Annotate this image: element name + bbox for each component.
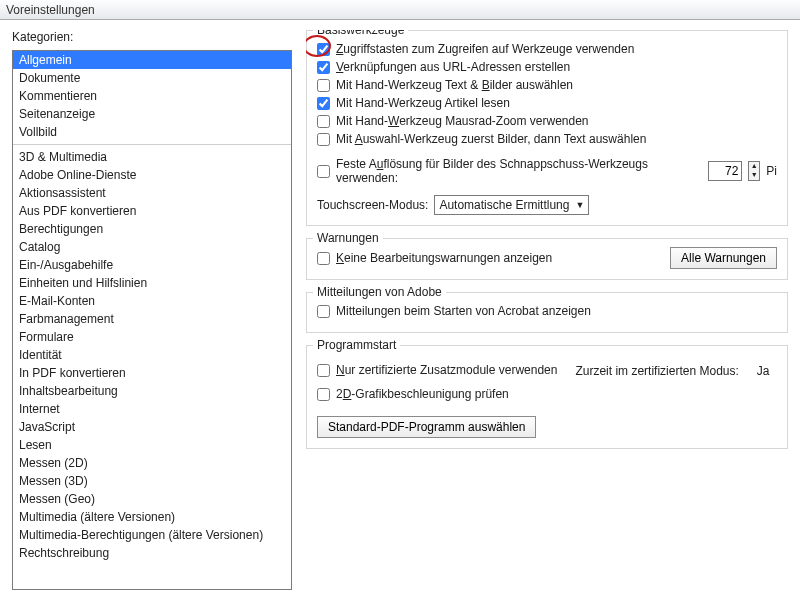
legend-warnungen: Warnungen	[313, 231, 383, 245]
zert-status-label: Zurzeit im zertifizierten Modus:	[575, 364, 738, 378]
category-item[interactable]: Berechtigungen	[13, 220, 291, 238]
categories-listbox[interactable]: AllgemeinDokumenteKommentierenSeitenanze…	[12, 50, 292, 590]
checkbox[interactable]	[317, 165, 330, 178]
zert-status-value: Ja	[757, 364, 770, 378]
category-item[interactable]: Identität	[13, 346, 291, 364]
category-item[interactable]: Aktionsassistent	[13, 184, 291, 202]
opt-zugriffstasten[interactable]: Zugriffstasten zum Zugreifen auf Werkzeu…	[317, 42, 777, 57]
opt-hand-mausrad[interactable]: Mit Hand-Werkzeug Mausrad-Zoom verwenden	[317, 114, 777, 129]
checkbox[interactable]	[317, 364, 330, 377]
list-separator	[13, 144, 291, 145]
opt-auswahl-bilder-text[interactable]: Mit Auswahl-Werkzeug zuerst Bilder, dann…	[317, 132, 777, 147]
opt-hand-artikel[interactable]: Mit Hand-Werkzeug Artikel lesen	[317, 96, 777, 111]
opt-verknuepfungen[interactable]: Verknüpfungen aus URL-Adressen erstellen	[317, 60, 777, 75]
checkbox-label: Mit Hand-Werkzeug Mausrad-Zoom verwenden	[336, 114, 589, 129]
checkbox[interactable]	[317, 61, 330, 74]
touchscreen-row: Touchscreen-Modus: Automatische Ermittlu…	[317, 195, 777, 215]
settings-panel: Basiswerkzeuge Zugriffstasten zum Zugrei…	[306, 30, 788, 600]
checkbox[interactable]	[317, 79, 330, 92]
legend-mitteilungen: Mitteilungen von Adobe	[313, 285, 446, 299]
checkbox-label: Nur zertifizierte Zusatzmodule verwenden	[336, 363, 557, 378]
category-item[interactable]: Multimedia-Berechtigungen (ältere Versio…	[13, 526, 291, 544]
group-basiswerkzeuge: Basiswerkzeuge Zugriffstasten zum Zugrei…	[306, 30, 788, 226]
category-item[interactable]: Aus PDF konvertieren	[13, 202, 291, 220]
category-item[interactable]: Inhaltsbearbeitung	[13, 382, 291, 400]
category-item[interactable]: Dokumente	[13, 69, 291, 87]
window-body: Kategorien: AllgemeinDokumenteKommentier…	[0, 20, 800, 600]
category-item[interactable]: JavaScript	[13, 418, 291, 436]
category-item[interactable]: Vollbild	[13, 123, 291, 141]
checkbox-label: Mitteilungen beim Starten von Acrobat an…	[336, 304, 591, 319]
touchscreen-combo[interactable]: Automatische Ermittlung ▼	[434, 195, 589, 215]
legend-programmstart: Programmstart	[313, 338, 400, 352]
categories-label: Kategorien:	[12, 30, 292, 44]
group-mitteilungen: Mitteilungen von Adobe Mitteilungen beim…	[306, 292, 788, 333]
opt-keine-warnungen[interactable]: Keine Bearbeitungswarnungen anzeigen	[317, 251, 552, 266]
category-item[interactable]: E-Mail-Konten	[13, 292, 291, 310]
resolution-spinner[interactable]: ▲▼	[748, 161, 760, 181]
categories-panel: Kategorien: AllgemeinDokumenteKommentier…	[12, 30, 292, 600]
touchscreen-label: Touchscreen-Modus:	[317, 198, 428, 212]
standard-pdf-button[interactable]: Standard-PDF-Programm auswählen	[317, 416, 536, 438]
alle-warnungen-button[interactable]: Alle Warnungen	[670, 247, 777, 269]
category-item[interactable]: Einheiten und Hilfslinien	[13, 274, 291, 292]
category-item[interactable]: Messen (2D)	[13, 454, 291, 472]
category-item[interactable]: Formulare	[13, 328, 291, 346]
category-item[interactable]: In PDF konvertieren	[13, 364, 291, 382]
category-item[interactable]: Allgemein	[13, 51, 291, 69]
checkbox[interactable]	[317, 43, 330, 56]
legend-basiswerkzeuge: Basiswerkzeuge	[313, 30, 408, 37]
opt-mitteilungen-start[interactable]: Mitteilungen beim Starten von Acrobat an…	[317, 304, 777, 319]
window-title: Voreinstellungen	[0, 0, 800, 20]
resolution-input[interactable]	[708, 161, 742, 181]
checkbox-label: Mit Hand-Werkzeug Text & Bilder auswähle…	[336, 78, 573, 93]
category-item[interactable]: Rechtschreibung	[13, 544, 291, 562]
category-item[interactable]: Messen (Geo)	[13, 490, 291, 508]
category-item[interactable]: 3D & Multimedia	[13, 148, 291, 166]
category-item[interactable]: Messen (3D)	[13, 472, 291, 490]
checkbox-label: Keine Bearbeitungswarnungen anzeigen	[336, 251, 552, 266]
spinner-up-icon[interactable]: ▲	[749, 162, 759, 171]
checkbox[interactable]	[317, 252, 330, 265]
checkbox-label: Mit Auswahl-Werkzeug zuerst Bilder, dann…	[336, 132, 646, 147]
category-item[interactable]: Kommentieren	[13, 87, 291, 105]
checkbox-label: 2D-Grafikbeschleunigung prüfen	[336, 387, 509, 402]
resolution-unit: Pi	[766, 164, 777, 178]
opt-hand-text-bilder[interactable]: Mit Hand-Werkzeug Text & Bilder auswähle…	[317, 78, 777, 93]
combo-value: Automatische Ermittlung	[439, 198, 569, 212]
category-item[interactable]: Farbmanagement	[13, 310, 291, 328]
category-item[interactable]: Ein-/Ausgabehilfe	[13, 256, 291, 274]
category-item[interactable]: Seitenanzeige	[13, 105, 291, 123]
category-item[interactable]: Internet	[13, 400, 291, 418]
category-item[interactable]: Catalog	[13, 238, 291, 256]
spinner-down-icon[interactable]: ▼	[749, 171, 759, 180]
checkbox-label: Feste Auflösung für Bilder des Schnappsc…	[336, 157, 702, 185]
category-item[interactable]: Adobe Online-Dienste	[13, 166, 291, 184]
category-item[interactable]: Lesen	[13, 436, 291, 454]
checkbox[interactable]	[317, 388, 330, 401]
opt-zertifizierte-module[interactable]: Nur zertifizierte Zusatzmodule verwenden	[317, 363, 557, 378]
group-warnungen: Warnungen Keine Bearbeitungswarnungen an…	[306, 238, 788, 280]
checkbox-label: Zugriffstasten zum Zugreifen auf Werkzeu…	[336, 42, 634, 57]
opt-feste-aufloesung-row: Feste Auflösung für Bilder des Schnappsc…	[317, 157, 777, 185]
checkbox[interactable]	[317, 115, 330, 128]
group-programmstart: Programmstart Nur zertifizierte Zusatzmo…	[306, 345, 788, 449]
category-item[interactable]: Multimedia (ältere Versionen)	[13, 508, 291, 526]
checkbox[interactable]	[317, 133, 330, 146]
checkbox[interactable]	[317, 97, 330, 110]
checkbox-label: Verknüpfungen aus URL-Adressen erstellen	[336, 60, 570, 75]
checkbox-label: Mit Hand-Werkzeug Artikel lesen	[336, 96, 510, 111]
chevron-down-icon: ▼	[575, 200, 584, 210]
opt-2d-beschleunigung[interactable]: 2D-Grafikbeschleunigung prüfen	[317, 387, 777, 402]
checkbox[interactable]	[317, 305, 330, 318]
